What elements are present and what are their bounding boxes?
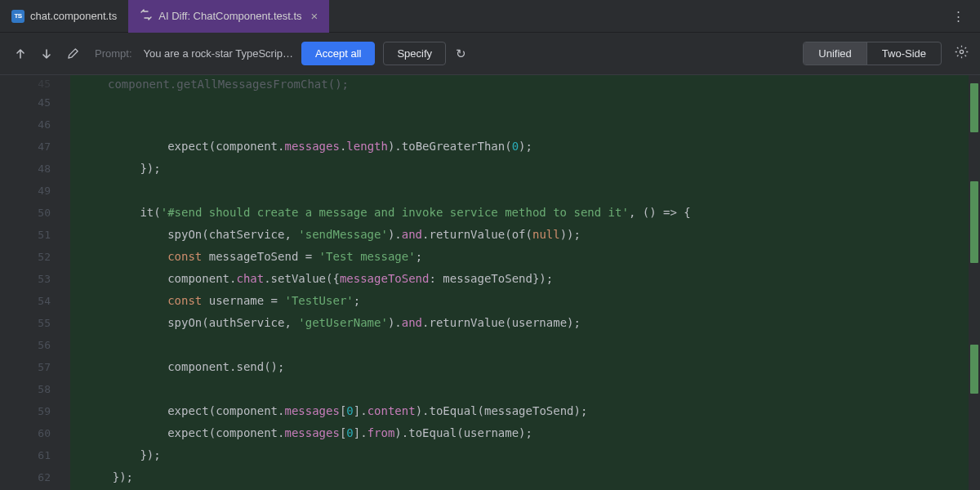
code-line: it('#send should create a message and in… <box>70 202 980 224</box>
line-number: 49 <box>0 180 70 202</box>
line-number: 52 <box>0 246 70 268</box>
code-line: expect(component.messages[0].content).to… <box>70 400 980 422</box>
line-number: 45 <box>0 77 70 91</box>
prompt-text[interactable]: You are a rock-star TypeScrip… <box>144 47 294 60</box>
tab-overflow-menu[interactable]: ⋮ <box>938 9 980 24</box>
close-icon[interactable]: × <box>311 9 318 23</box>
line-number: 57 <box>0 356 70 378</box>
code-line: component.send(); <box>70 356 980 378</box>
tab-bar: TS chat.component.ts AI Diff: ChatCompon… <box>0 0 980 33</box>
code-line: }); <box>70 466 980 488</box>
line-number: 59 <box>0 400 70 422</box>
view-unified[interactable]: Unified <box>804 42 866 65</box>
line-number: 48 <box>0 158 70 180</box>
line-number: 51 <box>0 224 70 246</box>
code-truncated: component.getAllMessagesFromChat(); <box>70 77 980 91</box>
code-line <box>70 114 980 136</box>
prev-diff-button[interactable] <box>11 45 29 63</box>
line-number: 56 <box>0 334 70 356</box>
tab-file[interactable]: TS chat.component.ts <box>0 0 128 33</box>
edit-icon[interactable] <box>64 45 82 63</box>
code-line <box>70 91 980 114</box>
line-number: 47 <box>0 136 70 158</box>
code-line: }); <box>70 444 980 466</box>
prompt-label: Prompt: <box>95 47 132 60</box>
diff-marker[interactable] <box>970 181 978 263</box>
diff-marker[interactable] <box>970 83 978 132</box>
line-number: 45 <box>0 91 70 114</box>
line-number: 54 <box>0 290 70 312</box>
code-line: spyOn(authService, 'getUserName').and.re… <box>70 312 980 334</box>
svg-point-0 <box>960 50 963 53</box>
tab-file-label: chat.component.ts <box>30 10 117 22</box>
reload-icon[interactable]: ↻ <box>456 47 466 61</box>
tab-diff-label: AI Diff: ChatComponent.test.ts <box>158 10 301 22</box>
accept-all-button[interactable]: Accept all <box>301 42 375 65</box>
line-number: 62 <box>0 466 70 488</box>
diff-toolbar: Prompt: You are a rock-star TypeScrip… A… <box>0 33 980 75</box>
line-number: 55 <box>0 312 70 334</box>
line-number: 61 <box>0 444 70 466</box>
code-line: }); <box>70 158 980 180</box>
typescript-file-icon: TS <box>11 10 24 23</box>
code-line <box>70 180 980 202</box>
code-line: expect(component.messages[0].from).toEqu… <box>70 422 980 444</box>
settings-icon[interactable] <box>955 45 969 62</box>
line-number: 53 <box>0 268 70 290</box>
overview-ruler[interactable] <box>969 75 980 490</box>
line-number: 58 <box>0 378 70 400</box>
line-gutter: 45 454647484950515253545556575859606162 <box>0 75 70 490</box>
editor: 45 454647484950515253545556575859606162 … <box>0 75 980 490</box>
code-line: const username = 'TestUser'; <box>70 290 980 312</box>
code-line: expect(component.messages.length).toBeGr… <box>70 136 980 158</box>
view-mode-toggle: Unified Two-Side <box>803 42 942 65</box>
specify-button[interactable]: Specify <box>383 42 446 65</box>
tab-ai-diff[interactable]: AI Diff: ChatComponent.test.ts × <box>128 0 329 33</box>
code-line <box>70 378 980 400</box>
code-area[interactable]: component.getAllMessagesFromChat(); expe… <box>70 75 980 490</box>
code-line: const messageToSend = 'Test message'; <box>70 246 980 268</box>
diff-icon <box>140 8 153 24</box>
line-number: 46 <box>0 114 70 136</box>
next-diff-button[interactable] <box>38 45 56 63</box>
code-line <box>70 334 980 356</box>
line-number: 60 <box>0 422 70 444</box>
code-line: spyOn(chatService, 'sendMessage').and.re… <box>70 224 980 246</box>
code-line: component.chat.setValue({messageToSend: … <box>70 268 980 290</box>
diff-marker[interactable] <box>970 345 978 394</box>
line-number: 50 <box>0 202 70 224</box>
view-two-side[interactable]: Two-Side <box>866 42 941 65</box>
